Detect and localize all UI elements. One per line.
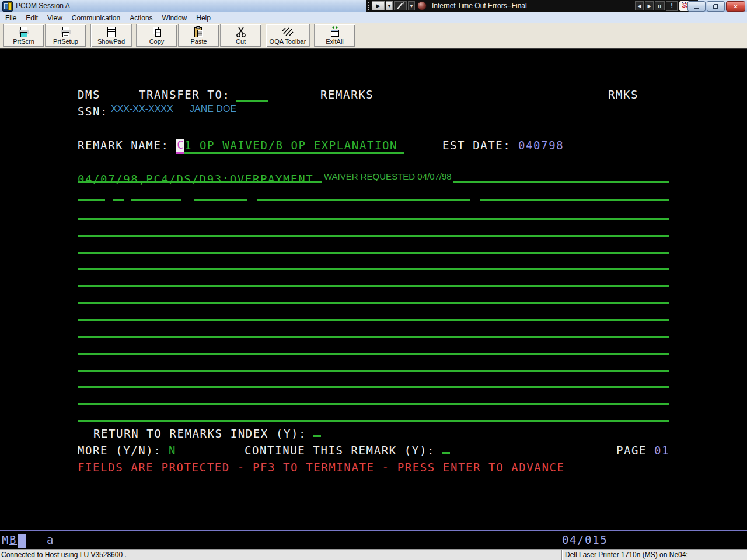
oqa-toolbar-label: OQA Toolbar bbox=[270, 38, 306, 45]
window-title: PCOM Session A bbox=[16, 2, 70, 10]
remark-line[interactable] bbox=[78, 386, 669, 388]
remark-line[interactable] bbox=[78, 235, 669, 237]
minimize-icon bbox=[694, 8, 699, 9]
next-button[interactable]: ▶ bbox=[645, 1, 654, 10]
oia-status-row: MB a 04/015 bbox=[0, 530, 747, 549]
remark-line[interactable] bbox=[78, 353, 669, 355]
menu-window[interactable]: Window bbox=[158, 13, 192, 23]
remark-line[interactable] bbox=[78, 319, 669, 321]
menubar: File Edit View Communication Actions Win… bbox=[0, 12, 747, 24]
menu-actions[interactable]: Actions bbox=[125, 13, 157, 23]
terminal-screen[interactable]: DMS TRANSFER TO: REMARKS RMKS SSN: XXX-X… bbox=[0, 49, 747, 530]
copy-button[interactable]: Copy bbox=[136, 24, 177, 47]
remark-line-segment bbox=[257, 199, 470, 201]
restore-icon bbox=[713, 4, 718, 9]
copy-icon bbox=[151, 26, 163, 38]
play-button[interactable]: ▶ bbox=[372, 1, 385, 10]
remark-line[interactable] bbox=[78, 285, 669, 287]
close-button[interactable]: × bbox=[726, 1, 745, 12]
minimize-button[interactable] bbox=[687, 1, 706, 12]
close-icon: × bbox=[734, 4, 737, 10]
continue-remark-label: CONTINUE THIS REMARK (Y): bbox=[245, 444, 435, 457]
menu-communication[interactable]: Communication bbox=[67, 13, 125, 23]
prtsetup-button[interactable]: PrtSetup bbox=[45, 24, 86, 47]
ssn-value: XXX-XX-XXXX bbox=[111, 104, 173, 114]
est-date-value: 040798 bbox=[518, 139, 564, 152]
chevron-down-icon: ▼ bbox=[409, 4, 414, 9]
pause-button[interactable]: II bbox=[655, 1, 665, 10]
menu-view[interactable]: View bbox=[43, 13, 67, 23]
toolbar: PrtScrn PrtSetup ShowPad Copy Past bbox=[0, 23, 747, 49]
toolbar-grip-handle[interactable] bbox=[367, 1, 371, 10]
remark-name-label: REMARK NAME: bbox=[78, 139, 169, 152]
remark-line-segment bbox=[480, 199, 669, 201]
page-number: 01 bbox=[654, 444, 669, 457]
menu-help[interactable]: Help bbox=[191, 13, 215, 23]
page-label: PAGE bbox=[616, 444, 647, 457]
menu-file[interactable]: File bbox=[0, 13, 21, 23]
exitall-button[interactable]: ExitAll bbox=[314, 24, 355, 47]
oia-session-id: a bbox=[47, 534, 54, 546]
person-name: JANE DOE bbox=[190, 104, 236, 114]
more-value[interactable]: N bbox=[169, 444, 176, 457]
paste-icon bbox=[193, 26, 205, 38]
rmks-code: RMKS bbox=[608, 89, 638, 101]
exitall-label: ExitAll bbox=[326, 38, 344, 45]
continue-input-field[interactable] bbox=[442, 452, 450, 454]
statusbar-divider bbox=[561, 550, 562, 560]
restore-button[interactable] bbox=[707, 1, 725, 12]
oia-indicator: MB bbox=[2, 534, 17, 546]
screen-title: REMARKS bbox=[320, 89, 374, 101]
remark-line-segment bbox=[131, 199, 181, 201]
recording-title: Internet Time Out Errors--Final bbox=[428, 2, 634, 10]
pen-dropdown-button[interactable]: ▼ bbox=[408, 1, 415, 10]
prtsetup-label: PrtSetup bbox=[53, 38, 78, 45]
pcom-app-icon bbox=[2, 1, 13, 12]
remark-name-field-underline[interactable] bbox=[176, 152, 404, 154]
remark-name-value: 1 OP WAIVED/B OP EXPLANATION bbox=[184, 139, 397, 152]
cursor-position: 04/015 bbox=[562, 534, 608, 546]
input-cursor[interactable]: C bbox=[176, 139, 184, 152]
menu-edit[interactable]: Edit bbox=[21, 13, 43, 23]
chevron-down-icon: ▼ bbox=[387, 4, 392, 9]
titlebar: PCOM Session A ▶ ▼ ▼ Internet Time Out E… bbox=[0, 0, 747, 12]
showpad-button[interactable]: ShowPad bbox=[90, 24, 132, 47]
protected-fields-message: FIELDS ARE PROTECTED - PF3 TO TERMINATE … bbox=[78, 461, 565, 474]
remark-line-segment bbox=[78, 199, 105, 201]
alert-button[interactable]: ! bbox=[666, 1, 678, 11]
more-label: MORE (Y/N): bbox=[78, 444, 161, 457]
paste-button[interactable]: Paste bbox=[178, 24, 219, 47]
remark-line[interactable] bbox=[78, 420, 669, 422]
diagonal-lines-icon bbox=[281, 26, 294, 38]
return-input-field[interactable] bbox=[313, 435, 321, 437]
remark-line[interactable] bbox=[78, 268, 669, 270]
pen-tool-button[interactable] bbox=[394, 1, 407, 10]
waiver-note-overlay: WAIVER REQUESTED 04/07/98 bbox=[322, 172, 453, 183]
exit-all-icon bbox=[329, 26, 341, 38]
keypad-icon bbox=[106, 26, 117, 38]
remark-line-segment bbox=[194, 199, 247, 201]
return-to-index-label: RETURN TO REMARKS INDEX (Y): bbox=[93, 428, 306, 440]
scissors-icon bbox=[236, 26, 246, 38]
remark-line[interactable] bbox=[78, 336, 669, 338]
ssn-label: SSN: bbox=[78, 106, 108, 118]
remark-line[interactable] bbox=[78, 403, 669, 405]
remark-line[interactable] bbox=[78, 252, 669, 254]
prtscrn-button[interactable]: PrtScrn bbox=[3, 24, 44, 47]
arrow-right-icon: ▶ bbox=[647, 4, 651, 9]
globe-icon[interactable] bbox=[417, 1, 427, 10]
play-dropdown-button[interactable]: ▼ bbox=[386, 1, 393, 10]
remark-line[interactable] bbox=[78, 370, 669, 372]
remark-line[interactable] bbox=[78, 218, 669, 220]
transfer-to-input-field[interactable] bbox=[236, 100, 268, 102]
oia-cursor-block bbox=[18, 534, 26, 548]
oqa-toolbar-button[interactable]: OQA Toolbar bbox=[266, 24, 310, 47]
remark-line[interactable] bbox=[78, 302, 669, 304]
dms-label: DMS bbox=[78, 89, 100, 101]
cut-button[interactable]: Cut bbox=[220, 24, 261, 47]
recorder-toolbar: ▶ ▼ ▼ Internet Time Out Errors--Final ◀ … bbox=[366, 0, 698, 12]
previous-button[interactable]: ◀ bbox=[635, 1, 644, 10]
cut-label: Cut bbox=[236, 38, 246, 45]
cursor-underline bbox=[176, 152, 184, 154]
showpad-label: ShowPad bbox=[97, 38, 125, 45]
